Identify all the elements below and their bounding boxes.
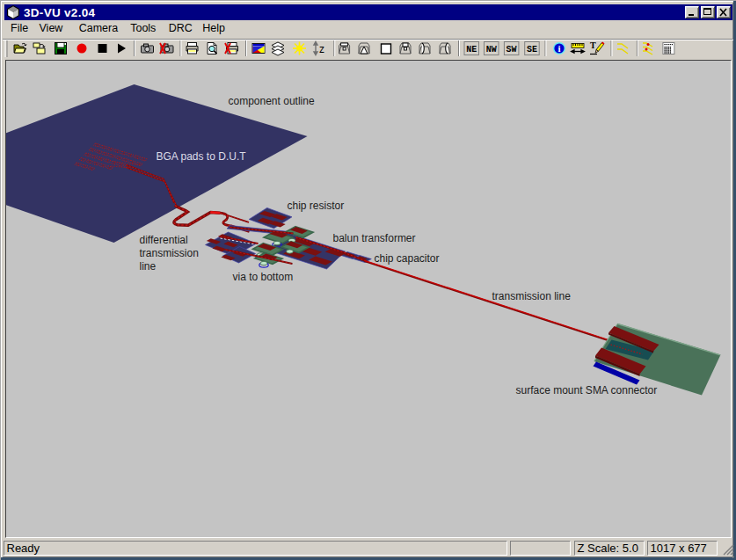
svg-text:T: T	[590, 40, 596, 50]
svg-text:line: line	[140, 260, 157, 273]
svg-text:SW: SW	[506, 45, 517, 55]
svg-text:differential: differential	[140, 234, 188, 246]
svg-text:transmission line: transmission line	[492, 290, 572, 302]
svg-text:NW: NW	[486, 45, 497, 55]
svg-text:chip resistor: chip resistor	[288, 200, 345, 212]
svg-text:balun transformer: balun transformer	[333, 232, 416, 244]
svg-text:component outline: component outline	[229, 95, 315, 107]
svg-text:BGA pads to D.U.T: BGA pads to D.U.T	[157, 150, 247, 163]
svg-text:chip capacitor: chip capacitor	[375, 252, 440, 265]
svg-text:i: i	[557, 43, 560, 54]
svg-text:via to bottom: via to bottom	[233, 271, 294, 283]
svg-text:transmission: transmission	[140, 247, 199, 259]
svg-text:NE: NE	[466, 45, 477, 55]
svg-text:z: z	[319, 43, 324, 55]
svg-text:surface mount SMA connector: surface mount SMA connector	[516, 384, 658, 396]
svg-text:SE: SE	[527, 45, 537, 55]
